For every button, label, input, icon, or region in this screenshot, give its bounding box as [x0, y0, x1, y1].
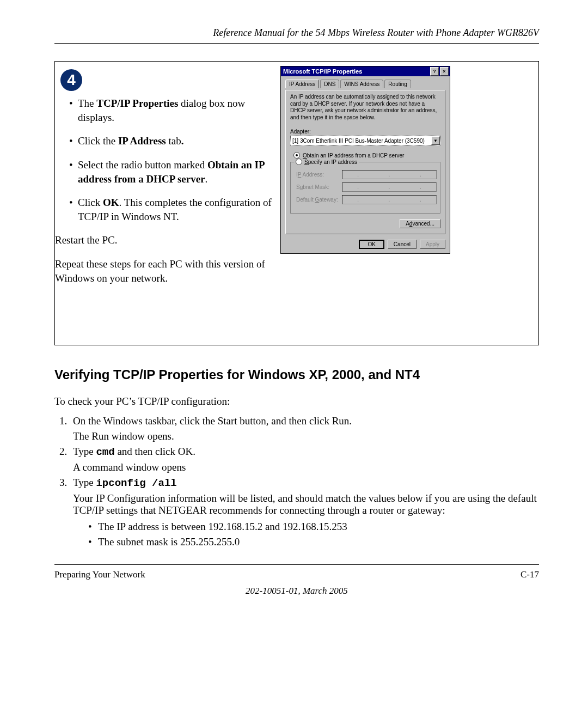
- help-icon[interactable]: ?: [430, 67, 439, 76]
- tcpip-dialog: Microsoft TCP/IP Properties ? × IP Addre…: [280, 66, 450, 254]
- advanced-button[interactable]: Advanced...: [400, 219, 440, 228]
- code-text: ipconfig /all: [96, 477, 176, 489]
- dialog-title: Microsoft TCP/IP Properties: [283, 68, 362, 75]
- instruction-bullet: Click the IP Address tab.: [69, 134, 276, 148]
- text: Click: [78, 197, 103, 208]
- adapter-label: Adapter:: [290, 129, 440, 135]
- instruction-bullet: Click OK. This completes the configurati…: [69, 196, 276, 223]
- step-item: Type cmd and then click OK. A command wi…: [70, 446, 539, 473]
- tab-panel: An IP address can be automatically assig…: [285, 90, 445, 234]
- chevron-down-icon[interactable]: ▼: [431, 136, 440, 145]
- text-bold: OK: [103, 197, 119, 208]
- footer-left: Preparing Your Network: [54, 569, 145, 580]
- radio-icon: [293, 152, 300, 159]
- step-text: Your IP Configuration information will b…: [73, 492, 539, 516]
- text: Click the: [78, 135, 118, 147]
- dialog-titlebar: Microsoft TCP/IP Properties ? ×: [281, 66, 450, 76]
- text: The: [78, 98, 96, 109]
- text-bold: TCP/IP Properties: [96, 98, 178, 109]
- gateway-label: Default Gateway:: [296, 197, 339, 203]
- step-text: Type ipconfig /all: [73, 477, 539, 489]
- code-text: cmd: [96, 446, 114, 458]
- ip-address-field[interactable]: ...: [342, 170, 437, 179]
- step-text: Type cmd and then click OK.: [73, 446, 539, 458]
- gateway-field[interactable]: ...: [342, 195, 437, 204]
- text: O: [303, 153, 307, 159]
- adapter-value: [1] 3Com Etherlink III PCI Bus-Master Ad…: [292, 138, 425, 144]
- step-text: The Run window opens.: [73, 430, 539, 442]
- step-text: On the Windows taskbar, click the Start …: [73, 415, 539, 427]
- tab-routing[interactable]: Routing: [384, 80, 411, 88]
- instruction-bullet: Select the radio button marked Obtain an…: [69, 158, 276, 186]
- subnet-mask-label: Subnet Mask:: [296, 184, 339, 190]
- instruction-bullet: The TCP/IP Properties dialog box now dis…: [69, 96, 276, 124]
- page-footer: Preparing Your Network C-17: [54, 564, 539, 580]
- footer-right: C-17: [520, 569, 539, 580]
- radio-icon[interactable]: [296, 159, 302, 165]
- adapter-combo[interactable]: [1] 3Com Etherlink III PCI Bus-Master Ad…: [290, 136, 440, 145]
- intro-text: To check your PC’s TCP/IP configuration:: [54, 395, 539, 407]
- text: tab: [166, 135, 181, 147]
- step-number-badge: 4: [60, 69, 82, 91]
- dialog-description: An IP address can be automatically assig…: [290, 94, 440, 121]
- close-icon[interactable]: ×: [440, 67, 449, 76]
- ok-button[interactable]: OK: [359, 240, 384, 249]
- sub-bullet: The IP address is between 192.168.15.2 a…: [88, 521, 539, 533]
- section-heading: Verifying TCP/IP Properties for Windows …: [54, 367, 539, 382]
- step-text: A command window opens: [73, 461, 539, 473]
- sub-bullet: The subnet mask is 255.255.255.0: [88, 536, 539, 548]
- tab-wins[interactable]: WINS Address: [340, 80, 383, 88]
- cancel-button[interactable]: Cancel: [388, 240, 416, 249]
- radio-obtain-dhcp[interactable]: Obtain an IP address from a DHCP server: [293, 152, 440, 159]
- specify-ip-group: Specify an IP address IP Address: ... Su…: [290, 162, 440, 214]
- text: S: [304, 159, 308, 165]
- tab-row: IP Address DNS WINS Address Routing: [285, 80, 445, 88]
- text: pecify an IP address: [308, 159, 357, 165]
- text: Select the radio button marked: [78, 159, 207, 171]
- text: btain an IP address from a DHCP server: [307, 153, 405, 159]
- page-header: Reference Manual for the 54 Mbps Wireles…: [54, 27, 539, 44]
- tab-ip-address[interactable]: IP Address: [285, 80, 319, 88]
- instruction-frame: 4 The TCP/IP Properties dialog box now d…: [54, 61, 539, 345]
- apply-button[interactable]: Apply: [420, 240, 445, 249]
- text-bold: IP Address: [118, 135, 166, 147]
- tab-dns[interactable]: DNS: [320, 80, 339, 88]
- step-item: On the Windows taskbar, click the Start …: [70, 415, 539, 442]
- step-item: Type ipconfig /all Your IP Configuration…: [70, 477, 539, 548]
- subnet-mask-field[interactable]: ...: [342, 182, 437, 192]
- doc-number: 202-10051-01, March 2005: [54, 586, 539, 597]
- ip-address-label: IP Address:: [296, 172, 339, 178]
- instruction-text: Repeat these steps for each PC with this…: [55, 257, 277, 285]
- instruction-text: Restart the PC.: [55, 233, 277, 247]
